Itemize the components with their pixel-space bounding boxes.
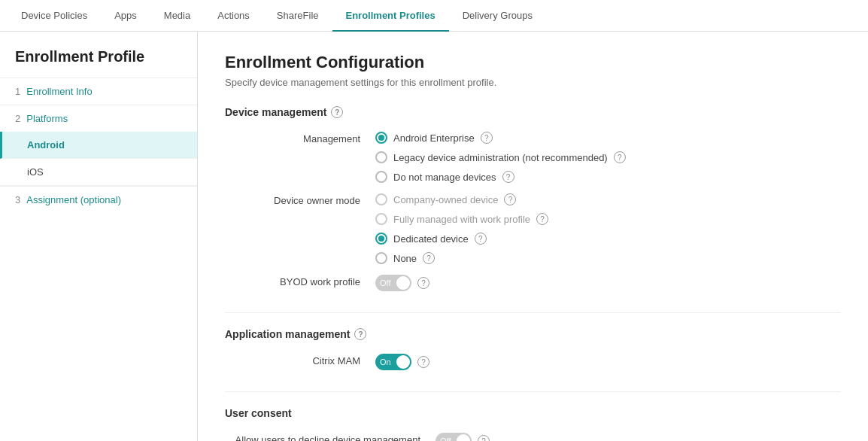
application-management-label: Application management	[225, 328, 350, 340]
management-do-not-manage-label: Do not manage devices	[393, 172, 496, 183]
sidebar-android[interactable]: Android	[0, 132, 197, 159]
device-owner-company-owned-label: Company-owned device	[393, 194, 498, 205]
management-controls: Android Enterprise ? Legacy device admin…	[375, 132, 626, 183]
sidebar-ios[interactable]: iOS	[0, 159, 197, 186]
management-row: Management Android Enterprise ? Legacy d…	[225, 132, 841, 183]
radio-android-enterprise[interactable]	[375, 132, 387, 144]
byod-toggle-label: Off	[380, 278, 390, 287]
nav-item-apps[interactable]: Apps	[101, 0, 150, 32]
android-enterprise-help-icon[interactable]: ?	[481, 132, 493, 144]
radio-do-not-manage[interactable]	[375, 171, 387, 183]
device-management-help-icon[interactable]: ?	[331, 106, 343, 118]
sidebar-step-platforms[interactable]: 2 Platforms	[0, 105, 197, 132]
citrix-mam-toggle-label: On	[380, 357, 391, 366]
device-management-header: Device management ?	[225, 106, 841, 118]
radio-none[interactable]	[375, 252, 387, 264]
device-management-section: Device management ? Management Android E…	[225, 106, 841, 291]
byod-toggle[interactable]: Off	[375, 275, 411, 291]
top-navigation: Device Policies Apps Media Actions Share…	[0, 0, 868, 32]
citrix-mam-toggle[interactable]: On	[375, 354, 411, 370]
device-owner-fully-managed[interactable]: Fully managed with work profile ?	[375, 213, 548, 225]
step-number-1: 1	[15, 86, 20, 97]
section-divider-1	[225, 312, 841, 313]
radio-legacy[interactable]	[375, 151, 387, 163]
citrix-mam-label: Citrix MAM	[225, 354, 375, 366]
application-management-section: Application management ? Citrix MAM On ?	[225, 328, 841, 370]
main-layout: Enrollment Profile 1 Enrollment Info 2 P…	[0, 32, 868, 441]
fully-managed-help-icon[interactable]: ?	[536, 213, 548, 225]
device-owner-dedicated[interactable]: Dedicated device ?	[375, 233, 548, 245]
decline-row: Allow users to decline device management…	[225, 433, 841, 441]
device-management-label: Device management	[225, 106, 326, 118]
sidebar-title: Enrollment Profile	[0, 32, 197, 78]
section-divider-2	[225, 391, 841, 392]
byod-help-icon[interactable]: ?	[417, 277, 429, 289]
device-owner-controls: Company-owned device ? Fully managed wit…	[375, 193, 548, 264]
nav-item-actions[interactable]: Actions	[204, 0, 263, 32]
device-owner-company-owned[interactable]: Company-owned device ?	[375, 193, 548, 205]
radio-fully-managed[interactable]	[375, 213, 387, 225]
management-legacy-label: Legacy device administration (not recomm…	[393, 152, 608, 163]
decline-label: Allow users to decline device management	[225, 433, 436, 441]
step-label-assignment[interactable]: Assignment (optional)	[26, 194, 121, 205]
content-area: Enrollment Configuration Specify device …	[198, 32, 868, 441]
user-consent-section: User consent Allow users to decline devi…	[225, 407, 841, 441]
sidebar-step-enrollment-info[interactable]: 1 Enrollment Info	[0, 78, 197, 105]
nav-item-sharefile[interactable]: ShareFile	[263, 0, 332, 32]
decline-toggle[interactable]: Off	[436, 433, 472, 441]
user-consent-label: User consent	[225, 407, 292, 419]
sidebar: Enrollment Profile 1 Enrollment Info 2 P…	[0, 32, 198, 441]
device-owner-fully-managed-label: Fully managed with work profile	[393, 214, 530, 225]
company-owned-help-icon[interactable]: ?	[504, 193, 516, 205]
step-label-platforms[interactable]: Platforms	[26, 113, 68, 124]
radio-company-owned[interactable]	[375, 193, 387, 205]
citrix-mam-row: Citrix MAM On ?	[225, 354, 841, 370]
decline-help-icon[interactable]: ?	[478, 435, 490, 441]
nav-item-device-policies[interactable]: Device Policies	[8, 0, 101, 32]
step-label-enrollment-info[interactable]: Enrollment Info	[26, 86, 92, 97]
byod-row: BYOD work profile Off ?	[225, 275, 841, 291]
application-management-header: Application management ?	[225, 328, 841, 340]
sidebar-step-assignment[interactable]: 3 Assignment (optional)	[0, 187, 197, 213]
nav-item-delivery-groups[interactable]: Delivery Groups	[449, 0, 546, 32]
byod-label: BYOD work profile	[225, 275, 375, 287]
decline-toggle-label: Off	[440, 436, 451, 441]
application-management-help-icon[interactable]: ?	[354, 328, 366, 340]
management-android-enterprise-label: Android Enterprise	[393, 132, 475, 144]
management-option-android-enterprise[interactable]: Android Enterprise ?	[375, 132, 626, 144]
byod-toggle-container: Off ?	[375, 275, 429, 291]
step-number-3: 3	[15, 194, 20, 205]
do-not-manage-help-icon[interactable]: ?	[502, 171, 514, 183]
user-consent-header: User consent	[225, 407, 841, 419]
nav-item-media[interactable]: Media	[150, 0, 204, 32]
device-owner-row: Device owner mode Company-owned device ?…	[225, 193, 841, 264]
device-owner-none[interactable]: None ?	[375, 252, 548, 264]
step-number-2: 2	[15, 113, 20, 124]
citrix-mam-toggle-container: On ?	[375, 354, 429, 370]
radio-dedicated[interactable]	[375, 233, 387, 245]
none-help-icon[interactable]: ?	[423, 252, 435, 264]
page-subtitle: Specify device management settings for t…	[225, 77, 841, 88]
dedicated-help-icon[interactable]: ?	[475, 233, 487, 245]
management-label: Management	[225, 132, 375, 144]
nav-item-enrollment-profiles[interactable]: Enrollment Profiles	[332, 0, 449, 32]
page-title: Enrollment Configuration	[225, 53, 841, 72]
legacy-help-icon[interactable]: ?	[614, 151, 626, 163]
device-owner-label: Device owner mode	[225, 193, 375, 206]
device-owner-dedicated-label: Dedicated device	[393, 233, 469, 245]
device-owner-none-label: None	[393, 253, 417, 264]
management-option-do-not-manage[interactable]: Do not manage devices ?	[375, 171, 626, 183]
management-option-legacy[interactable]: Legacy device administration (not recomm…	[375, 151, 626, 163]
citrix-mam-help-icon[interactable]: ?	[417, 356, 429, 368]
decline-toggle-container: Off ?	[436, 433, 490, 441]
